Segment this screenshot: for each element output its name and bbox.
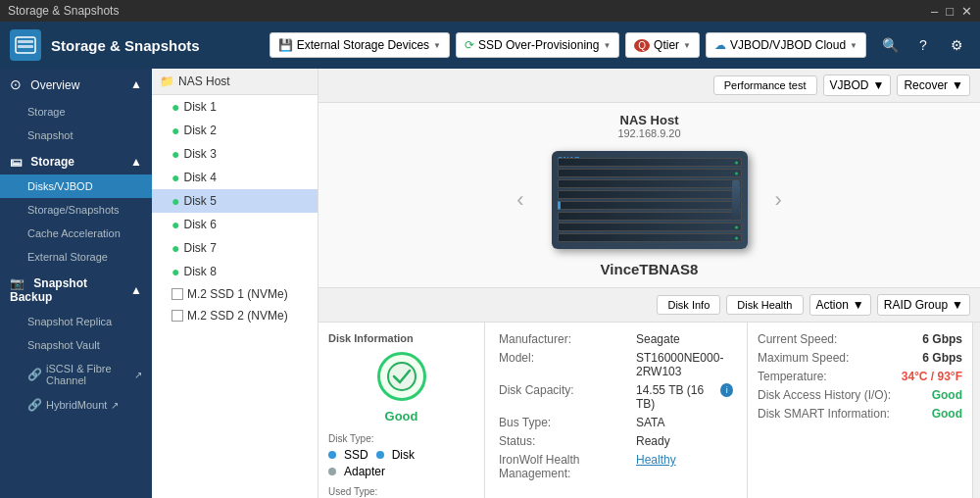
device-name: VinceTBNAS8 <box>601 261 699 277</box>
disk-7-item[interactable]: ● Disk 7 <box>152 236 318 260</box>
spec-capacity: Disk Capacity: 14.55 TB (16 TB) i <box>499 383 733 411</box>
spec-model-label: Model: <box>499 351 636 378</box>
search-icon[interactable]: 🔍 <box>876 31 904 59</box>
ssd-over-provisioning-button[interactable]: ⟳ SSD Over-Provisioning ▼ <box>456 32 619 58</box>
disk-2-status: ● <box>172 123 179 138</box>
app-header: Storage & Snapshots 💾 External Storage D… <box>0 22 980 69</box>
spec-ironwolf-label: IronWolf Health Management: <box>499 453 636 480</box>
qtier-arrow: ▼ <box>683 41 691 50</box>
recover-dropdown-button[interactable]: Recover ▼ <box>897 75 970 96</box>
spec-capacity-value: 14.55 TB (16 TB) <box>636 383 716 411</box>
disk-status-card: Disk Information Good Disk Type: <box>318 323 485 498</box>
m2-ssd2-checkbox[interactable] <box>172 310 183 322</box>
disk-tree: 📁 NAS Host ● Disk 1 ● Disk 2 ● Disk 3 <box>152 69 318 498</box>
device-visual: NAS Host 192.168.9.20 ‹ QNAP <box>318 103 980 288</box>
disk-info-title: Disk Information <box>328 332 474 344</box>
vjbod-cloud-button[interactable]: ☁ VJBOD/VJBOD Cloud ▼ <box>706 32 866 58</box>
help-icon[interactable]: ? <box>909 31 937 59</box>
m2-ssd2-item[interactable]: M.2 SSD 2 (NVMe) <box>152 305 318 326</box>
prev-device-button[interactable]: ‹ <box>509 179 531 221</box>
adapter-label: Adapter <box>344 465 385 478</box>
disk-6-item[interactable]: ● Disk 6 <box>152 213 318 236</box>
scroll-track[interactable] <box>972 323 980 498</box>
disk-info-panel: Disk Information Good Disk Type: <box>318 323 980 498</box>
window-title: Storage & Snapshots <box>8 4 931 18</box>
action-dropdown-button[interactable]: Action ▼ <box>809 294 871 316</box>
qtier-button[interactable]: Q Qtier ▼ <box>625 32 700 58</box>
raid-group-arrow: ▼ <box>952 298 963 312</box>
iscsi-icon: 🔗 <box>27 368 42 381</box>
tree-folder-icon: 📁 <box>160 75 174 88</box>
external-storage-button[interactable]: 💾 External Storage Devices ▼ <box>270 32 450 58</box>
sidebar-section-snapshot-backup[interactable]: 📷 Snapshot Backup ▲ <box>0 269 152 310</box>
disk-2-label: Disk 2 <box>183 124 216 137</box>
m2-ssd1-checkbox[interactable] <box>172 288 183 300</box>
sidebar-item-disks-vjbod[interactable]: Disks/VJBOD <box>0 174 152 198</box>
vjbod-arrow: ▼ <box>850 41 858 50</box>
raid-group-dropdown-button[interactable]: RAID Group ▼ <box>877 294 970 316</box>
minimize-button[interactable]: – <box>931 4 938 19</box>
ssd-label: SSD <box>344 448 368 462</box>
stat-current-speed: Current Speed: 6 Gbps <box>758 332 962 346</box>
spec-manufacturer-value: Seagate <box>636 332 680 346</box>
next-device-button[interactable]: › <box>767 179 790 221</box>
temperature-value: 34°C / 93°F <box>902 370 962 383</box>
sidebar-item-iscsi[interactable]: 🔗 iSCSI & Fibre Channel ↗ <box>0 357 152 392</box>
stat-smart-info: Disk SMART Information: Good <box>758 407 962 421</box>
content-split: 📁 NAS Host ● Disk 1 ● Disk 2 ● Disk 3 <box>152 69 980 498</box>
disk-1-label: Disk 1 <box>183 100 216 114</box>
disk-3-item[interactable]: ● Disk 3 <box>152 142 318 166</box>
sidebar-item-external-storage[interactable]: External Storage <box>0 245 152 269</box>
disk-1-status: ● <box>172 99 179 115</box>
hybrid-external-icon: ↗ <box>111 400 119 411</box>
sidebar-item-storage-snapshots[interactable]: Storage/Snapshots <box>0 198 152 222</box>
sidebar-item-snapshot[interactable]: Snapshot <box>0 124 152 147</box>
max-speed-label: Maximum Speed: <box>758 351 849 365</box>
smart-info-label: Disk SMART Information: <box>758 407 890 421</box>
sidebar-item-hybridmount[interactable]: 🔗 HybridMount ↗ <box>0 392 152 418</box>
sidebar-section-storage[interactable]: 🖴 Storage ▲ <box>0 147 152 174</box>
sidebar-item-storage[interactable]: Storage <box>0 100 152 124</box>
sidebar-item-snapshot-vault[interactable]: Snapshot Vault <box>0 333 152 357</box>
settings-icon[interactable]: ⚙ <box>943 31 970 59</box>
performance-test-button[interactable]: Performance test <box>713 75 817 95</box>
external-link-icon: ↗ <box>134 370 142 380</box>
disk-4-item[interactable]: ● Disk 4 <box>152 166 318 189</box>
m2-ssd1-item[interactable]: M.2 SSD 1 (NVMe) <box>152 283 318 305</box>
access-history-label: Disk Access History (I/O): <box>758 388 891 402</box>
spec-ironwolf-value[interactable]: Healthy <box>636 453 676 480</box>
overview-icon: ⊙ <box>10 76 22 92</box>
nas-host-name: NAS Host <box>620 113 679 127</box>
disk-5-item[interactable]: ● Disk 5 <box>152 189 318 213</box>
disk-stats: Current Speed: 6 Gbps Maximum Speed: 6 G… <box>747 323 972 498</box>
app-logo <box>10 29 41 61</box>
disk-health-button[interactable]: Disk Health <box>726 295 803 315</box>
sidebar-section-overview[interactable]: ⊙ Overview ▲ <box>0 69 152 100</box>
disk-8-label: Disk 8 <box>183 265 216 278</box>
slot-1 <box>558 158 742 167</box>
capacity-info-icon[interactable]: i <box>720 383 733 397</box>
m2-ssd1-label: M.2 SSD 1 (NVMe) <box>187 287 288 301</box>
slot-3 <box>558 179 742 188</box>
maximize-button[interactable]: □ <box>946 4 954 19</box>
disk-2-item[interactable]: ● Disk 2 <box>152 119 318 142</box>
ssd-arrow: ▼ <box>603 41 611 50</box>
header-nav: 💾 External Storage Devices ▼ ⟳ SSD Over-… <box>270 32 866 58</box>
sidebar-item-snapshot-replica[interactable]: Snapshot Replica <box>0 310 152 333</box>
storage-collapse: ▲ <box>130 155 142 169</box>
access-history-value: Good <box>932 388 962 402</box>
stat-access-history: Disk Access History (I/O): Good <box>758 388 962 402</box>
right-panel: Performance test VJBOD ▼ Recover ▼ NAS H… <box>318 69 980 498</box>
disk-info-button[interactable]: Disk Info <box>657 295 720 315</box>
disk-type-section: Disk Type: SSD Disk Adapter <box>328 433 474 478</box>
disk-1-item[interactable]: ● Disk 1 <box>152 95 318 119</box>
sidebar-item-cache-acceleration[interactable]: Cache Acceleration <box>0 222 152 245</box>
window-controls[interactable]: – □ ✕ <box>931 4 972 19</box>
spec-status: Status: Ready <box>499 434 733 448</box>
disk-8-item[interactable]: ● Disk 8 <box>152 260 318 283</box>
vjbod-dropdown-button[interactable]: VJBOD ▼ <box>823 75 892 96</box>
header-tools: 🔍 ? ⚙ <box>876 31 970 59</box>
disk-6-status: ● <box>172 217 179 232</box>
used-type-label: Used Type: <box>328 486 474 497</box>
close-button[interactable]: ✕ <box>961 4 972 19</box>
